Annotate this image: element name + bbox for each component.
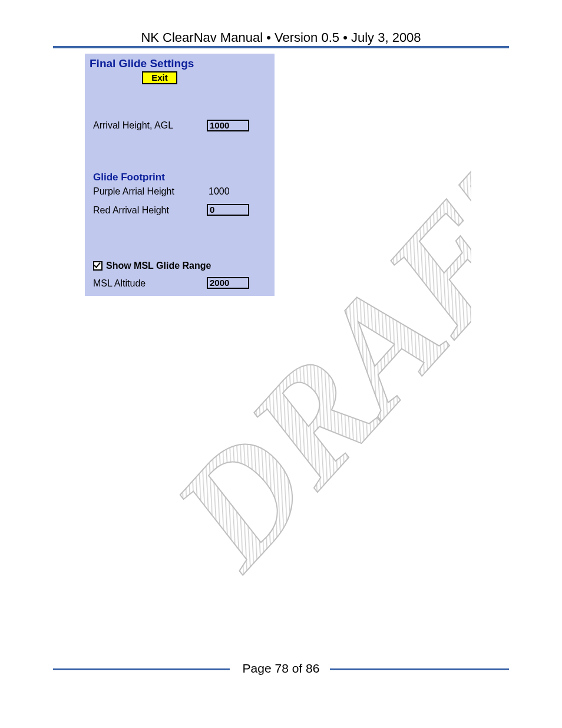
page-header: NK ClearNav Manual • Version 0.5 • July … — [0, 30, 562, 45]
purple-arrival-height-value: 1000 — [209, 186, 230, 197]
exit-button[interactable]: Exit — [142, 71, 177, 84]
red-arrival-height-label: Red Arrival Height — [93, 205, 169, 216]
glide-footprint-heading: Glide Footprint — [93, 172, 165, 183]
show-msl-glide-range-label: Show MSL Glide Range — [106, 261, 211, 271]
red-arrival-height-input[interactable]: 0 — [207, 204, 249, 216]
arrival-height-input[interactable]: 1000 — [207, 120, 249, 131]
panel-title: Final Glide Settings — [90, 57, 194, 70]
show-msl-glide-range-checkbox[interactable] — [93, 261, 103, 271]
purple-arrival-height-label: Purple Arrial Height — [93, 186, 174, 197]
msl-altitude-input[interactable]: 2000 — [207, 277, 249, 289]
arrival-height-label: Arrival Height, AGL — [93, 120, 173, 131]
msl-altitude-label: MSL Altitude — [93, 278, 146, 289]
footer-divider-right — [330, 668, 509, 670]
final-glide-settings-panel: Final Glide Settings Exit Arrival Height… — [85, 54, 275, 296]
header-divider — [53, 46, 509, 48]
show-msl-glide-range-row[interactable]: Show MSL Glide Range — [93, 261, 211, 271]
